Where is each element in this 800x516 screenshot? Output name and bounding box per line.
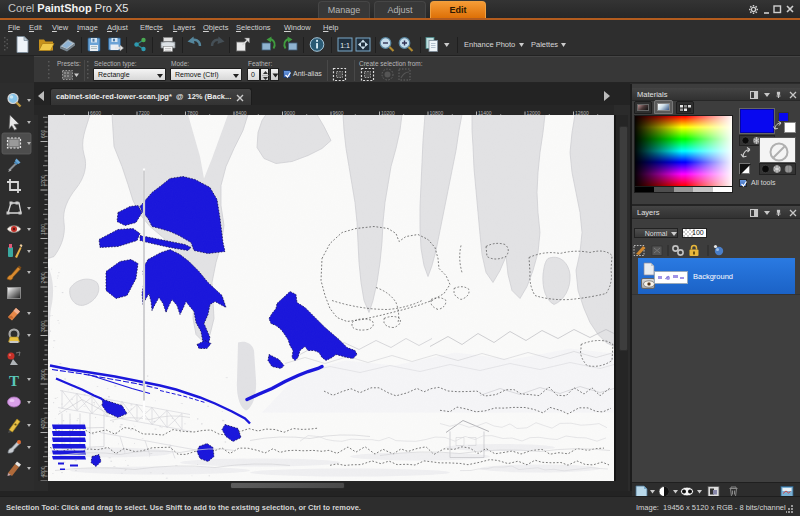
svg-text:1:1: 1:1 [340, 42, 350, 49]
svg-text:4200: 4200 [40, 417, 46, 428]
svg-text:3600: 3600 [40, 369, 46, 380]
svg-text:1200: 1200 [40, 175, 46, 186]
svg-text:4800: 4800 [40, 466, 46, 477]
svg-text:T: T [9, 373, 19, 389]
svg-text:2400: 2400 [40, 272, 46, 283]
svg-text:1800: 1800 [40, 223, 46, 234]
svg-text:3000: 3000 [40, 320, 46, 331]
